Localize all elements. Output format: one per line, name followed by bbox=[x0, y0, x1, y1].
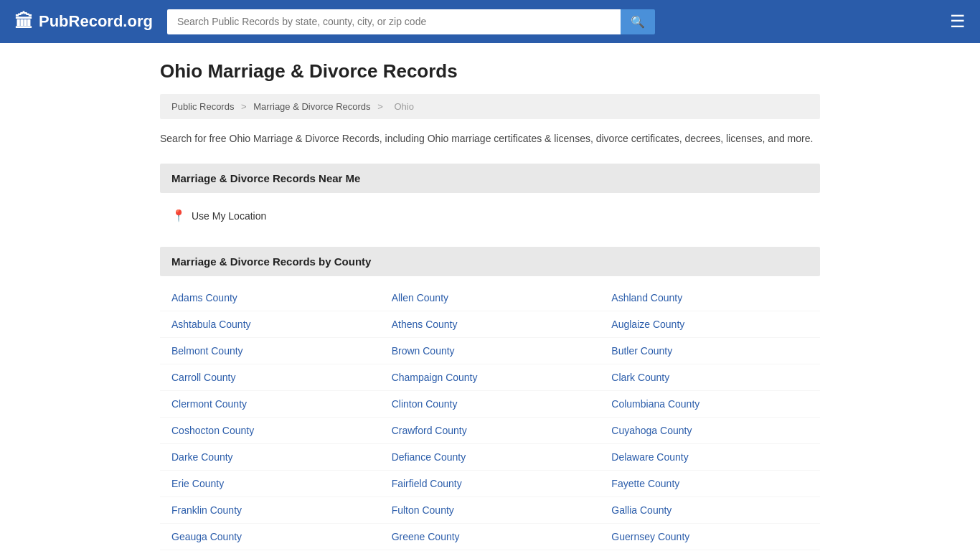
county-link[interactable]: Clermont County bbox=[160, 391, 380, 418]
search-button[interactable]: 🔍 bbox=[621, 9, 655, 34]
county-grid: Adams CountyAllen CountyAshland CountyAs… bbox=[160, 285, 820, 551]
logo-link[interactable]: 🏛 PubRecord.org bbox=[14, 11, 153, 33]
county-link[interactable]: Butler County bbox=[600, 338, 820, 364]
county-link[interactable]: Geauga County bbox=[160, 524, 380, 550]
location-icon: 📍 bbox=[171, 209, 186, 222]
county-link[interactable]: Ashtabula County bbox=[160, 311, 380, 338]
use-location-button[interactable]: 📍 Use My Location bbox=[160, 202, 820, 230]
county-link[interactable]: Coshocton County bbox=[160, 418, 380, 444]
county-link[interactable]: Belmont County bbox=[160, 338, 380, 364]
county-link[interactable]: Carroll County bbox=[160, 364, 380, 391]
breadcrumb-current: Ohio bbox=[394, 101, 413, 112]
search-bar: 🔍 bbox=[167, 9, 655, 34]
page-description: Search for free Ohio Marriage & Divorce … bbox=[160, 131, 820, 146]
county-link[interactable]: Adams County bbox=[160, 285, 380, 311]
site-header: 🏛 PubRecord.org 🔍 ☰ bbox=[0, 0, 980, 43]
county-link[interactable]: Crawford County bbox=[380, 418, 600, 444]
county-link[interactable]: Darke County bbox=[160, 444, 380, 471]
county-link[interactable]: Columbiana County bbox=[600, 391, 820, 418]
county-link[interactable]: Fulton County bbox=[380, 497, 600, 524]
near-me-section: Marriage & Divorce Records Near Me 📍 Use… bbox=[160, 164, 820, 230]
county-link[interactable]: Brown County bbox=[380, 338, 600, 364]
county-link[interactable]: Cuyahoga County bbox=[600, 418, 820, 444]
county-link[interactable]: Erie County bbox=[160, 471, 380, 497]
county-link[interactable]: Auglaize County bbox=[600, 311, 820, 338]
breadcrumb-link-marriage-records[interactable]: Marriage & Divorce Records bbox=[253, 101, 370, 112]
breadcrumb-separator-1: > bbox=[241, 101, 249, 112]
breadcrumb: Public Records > Marriage & Divorce Reco… bbox=[160, 94, 820, 119]
main-content: Ohio Marriage & Divorce Records Public R… bbox=[146, 43, 834, 551]
county-link[interactable]: Clinton County bbox=[380, 391, 600, 418]
county-link[interactable]: Champaign County bbox=[380, 364, 600, 391]
near-me-header: Marriage & Divorce Records Near Me bbox=[160, 164, 820, 193]
county-link[interactable]: Ashland County bbox=[600, 285, 820, 311]
county-link[interactable]: Allen County bbox=[380, 285, 600, 311]
county-link[interactable]: Gallia County bbox=[600, 497, 820, 524]
breadcrumb-separator-2: > bbox=[377, 101, 385, 112]
county-link[interactable]: Athens County bbox=[380, 311, 600, 338]
county-link[interactable]: Fayette County bbox=[600, 471, 820, 497]
page-title: Ohio Marriage & Divorce Records bbox=[160, 60, 820, 83]
county-link[interactable]: Delaware County bbox=[600, 444, 820, 471]
county-section-header: Marriage & Divorce Records by County bbox=[160, 247, 820, 276]
use-location-label: Use My Location bbox=[192, 210, 266, 222]
county-link[interactable]: Greene County bbox=[380, 524, 600, 550]
county-link[interactable]: Fairfield County bbox=[380, 471, 600, 497]
county-link[interactable]: Guernsey County bbox=[600, 524, 820, 550]
logo-text: PubRecord.org bbox=[39, 12, 153, 31]
county-link[interactable]: Franklin County bbox=[160, 497, 380, 524]
search-input[interactable] bbox=[167, 9, 621, 34]
breadcrumb-link-public-records[interactable]: Public Records bbox=[171, 101, 234, 112]
hamburger-icon: ☰ bbox=[950, 11, 966, 31]
county-section: Marriage & Divorce Records by County Ada… bbox=[160, 247, 820, 551]
search-icon: 🔍 bbox=[631, 16, 645, 28]
hamburger-button[interactable]: ☰ bbox=[950, 11, 966, 32]
county-link[interactable]: Clark County bbox=[600, 364, 820, 391]
county-link[interactable]: Defiance County bbox=[380, 444, 600, 471]
logo-icon: 🏛 bbox=[14, 11, 33, 33]
